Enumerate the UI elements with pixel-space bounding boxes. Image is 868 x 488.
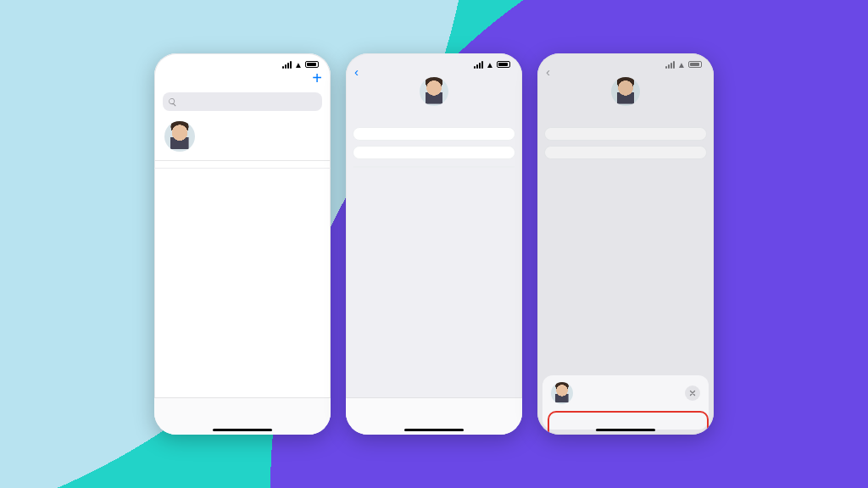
avatar [164, 121, 195, 152]
battery-icon [497, 61, 510, 68]
section-header [154, 161, 331, 169]
home-indicator [213, 429, 272, 431]
search-input[interactable] [163, 92, 322, 111]
battery-icon [305, 61, 319, 68]
phone-share-sheet: ▲ ‹ [537, 53, 714, 435]
my-card[interactable] [154, 116, 331, 161]
page-title [154, 82, 331, 91]
action-links [353, 166, 515, 168]
add-contact-button[interactable]: + [312, 74, 322, 82]
close-icon [688, 389, 697, 397]
phone-contact-detail: ▲ ‹ [346, 53, 522, 435]
action-pills [346, 114, 522, 122]
share-sheet [542, 375, 709, 430]
wifi-icon: ▲ [294, 60, 303, 69]
home-indicator [596, 429, 655, 431]
home-field[interactable] [353, 127, 515, 141]
contacts-list[interactable] [154, 169, 331, 397]
phone-contacts-list: ▲ + [154, 53, 331, 435]
status-bar: ▲ [346, 53, 522, 69]
search-icon [168, 97, 177, 107]
contact-header [346, 75, 522, 114]
close-button[interactable] [685, 385, 700, 401]
home-indicator [404, 429, 464, 431]
sheet-avatar [551, 382, 573, 404]
share-apps-row [542, 411, 709, 423]
status-bar: ▲ [154, 53, 331, 69]
signal-icon [474, 61, 483, 69]
notes-field[interactable] [353, 146, 515, 159]
wifi-icon: ▲ [486, 60, 494, 69]
signal-icon [282, 61, 292, 69]
contact-avatar [420, 77, 448, 106]
